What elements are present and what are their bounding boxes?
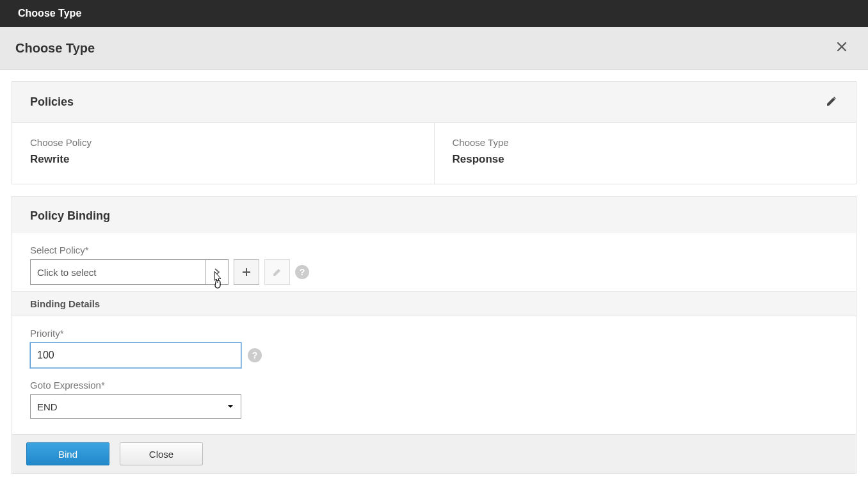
pencil-icon	[272, 267, 282, 277]
goto-expression-select[interactable]: END	[30, 394, 241, 419]
priority-row: ?	[30, 343, 838, 368]
select-policy-placeholder: Click to select	[31, 260, 205, 284]
choose-type-col: Choose Type Response	[435, 123, 856, 184]
content-area: Policies Choose Policy Rewrite Choose Ty…	[0, 70, 868, 474]
header-bar: Choose Type	[0, 27, 868, 70]
policies-row: Choose Policy Rewrite Choose Type Respon…	[12, 123, 856, 184]
choose-type-label: Choose Type	[453, 137, 839, 148]
priority-label: Priority*	[30, 328, 838, 339]
help-icon[interactable]: ?	[295, 265, 309, 279]
chevron-right-icon	[205, 260, 228, 284]
help-icon[interactable]: ?	[248, 348, 262, 362]
priority-input[interactable]	[30, 343, 241, 368]
edit-icon[interactable]	[825, 95, 838, 109]
footer-bar: Bind Close	[12, 434, 856, 473]
choose-policy-col: Choose Policy Rewrite	[12, 123, 435, 184]
select-policy-section: Select Policy* Click to select	[12, 233, 856, 291]
page-title: Choose Type	[15, 41, 95, 56]
top-bar-title: Choose Type	[18, 8, 81, 19]
binding-details-section: Priority* ? Goto Expression* END	[12, 316, 856, 434]
policies-panel-header: Policies	[12, 82, 856, 123]
policy-binding-title: Policy Binding	[30, 209, 110, 222]
policy-binding-header: Policy Binding	[12, 197, 856, 233]
binding-details-header: Binding Details	[12, 291, 856, 316]
add-button[interactable]	[234, 259, 259, 285]
bind-button[interactable]: Bind	[26, 442, 109, 465]
select-policy-row: Click to select	[30, 259, 838, 285]
policies-header-title: Policies	[30, 95, 74, 109]
choose-policy-value: Rewrite	[30, 153, 416, 166]
plus-icon	[241, 267, 252, 277]
close-button[interactable]: Close	[120, 442, 203, 465]
goto-expression-row: END	[30, 394, 838, 419]
policy-binding-panel: Policy Binding Select Policy* Click to s…	[12, 196, 856, 474]
select-policy-dropdown[interactable]: Click to select	[30, 259, 229, 285]
choose-policy-label: Choose Policy	[30, 137, 416, 148]
edit-button	[264, 259, 290, 285]
close-icon[interactable]	[831, 37, 853, 59]
top-bar: Choose Type	[0, 0, 868, 27]
select-policy-label: Select Policy*	[30, 245, 838, 255]
choose-type-value: Response	[453, 153, 839, 166]
goto-expression-label: Goto Expression*	[30, 380, 838, 391]
binding-details-title: Binding Details	[30, 298, 100, 309]
policies-panel: Policies Choose Policy Rewrite Choose Ty…	[12, 81, 856, 184]
